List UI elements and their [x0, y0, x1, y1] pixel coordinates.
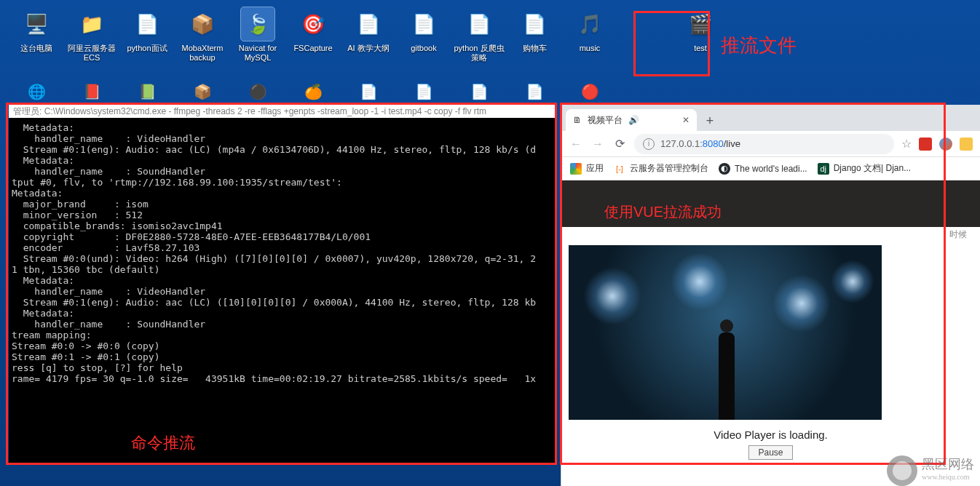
desktop-icon[interactable]: 📕 — [64, 79, 119, 105]
icon-image: 📦 — [186, 7, 219, 41]
desktop-icon[interactable]: 📄AI 教学大纲 — [341, 7, 396, 76]
url-path: /live — [724, 138, 740, 149]
desktop-icon[interactable]: 📄购物车 — [507, 7, 562, 76]
icon-label: 购物车 — [523, 44, 547, 53]
terminal-body: Metadata: handler_name : VideoHandler St… — [9, 118, 557, 389]
icon-image: 📄 — [466, 79, 492, 105]
desktop-icon[interactable] — [617, 7, 673, 76]
desktop-icon[interactable]: 🎵music — [562, 7, 617, 76]
reload-button[interactable]: ⟳ — [612, 137, 627, 151]
django-icon: dj — [818, 163, 829, 175]
icon-image: ⚫ — [245, 79, 271, 105]
icon-label: music — [580, 44, 601, 53]
desktop-icon[interactable]: 🎯FSCapture — [285, 7, 341, 76]
address-bar: ← → ⟳ i 127.0.0.1:8080/live ☆ — [561, 131, 980, 157]
pause-button[interactable]: Pause — [748, 445, 792, 460]
watermark-logo — [887, 455, 917, 486]
extension-icon-3[interactable] — [960, 138, 973, 151]
icon-image: 🖥️ — [20, 7, 53, 41]
icon-image: 🌐 — [23, 79, 50, 105]
icon-label: Navicat for MySQL — [231, 44, 285, 63]
tab-title: 视频平台 — [588, 114, 623, 127]
desktop-icon[interactable]: 📄python面试 — [119, 7, 175, 76]
bookmark-label: The world's leadi... — [735, 164, 807, 174]
terminal-window[interactable]: 管理员: C:\Windows\system32\cmd.exe - ffmpe… — [9, 105, 557, 463]
desktop-icon[interactable]: 🌐 — [9, 79, 64, 105]
icon-image: 🎯 — [296, 7, 330, 41]
icon-label: python面试 — [127, 44, 167, 53]
url-input[interactable]: i 127.0.0.1:8080/live — [634, 134, 894, 154]
desktop-icon[interactable]: 📦MobaXterm backup — [175, 7, 230, 76]
icon-image — [628, 7, 662, 41]
desktop-icon[interactable]: 📄 — [507, 79, 562, 105]
apps-icon — [570, 163, 582, 175]
url-port: 8080 — [703, 138, 724, 149]
icon-image: 📄 — [411, 79, 437, 105]
page-content: 时候 Video Player is loading. Pause — [561, 180, 980, 486]
desktop-icon[interactable]: 📗 — [119, 79, 175, 105]
star-icon[interactable]: ☆ — [901, 137, 912, 151]
icon-image: 🎵 — [573, 7, 606, 41]
video-player[interactable] — [569, 245, 882, 420]
annotation-label-cmd: 命令推流 — [131, 432, 195, 454]
desktop-icon[interactable]: 📁阿里云服务器 ECS — [64, 7, 119, 76]
icon-image: 📄 — [355, 79, 382, 105]
new-tab-button[interactable]: + — [700, 111, 720, 131]
desktop-icon[interactable]: 📄python 反爬虫策略 — [451, 7, 507, 76]
icon-label: FSCapture — [293, 44, 332, 53]
annotation-label-file: 推流文件 — [721, 33, 797, 58]
desktop-icon[interactable]: 📄gitbook — [396, 7, 451, 76]
desktop-icon[interactable]: 📄 — [396, 79, 451, 105]
url-host: 127.0.0.1: — [660, 138, 703, 149]
bookmark-label: Django 文档| Djan... — [834, 162, 912, 175]
file-icon: 🗎 — [573, 115, 582, 125]
icon-label: python 反爬虫策略 — [452, 44, 506, 63]
icon-image: 📄 — [462, 7, 496, 41]
aliyun-icon: [-] — [614, 163, 625, 175]
video-status: Video Player is loading. — [561, 429, 980, 441]
icon-image: 🍊 — [300, 79, 326, 105]
audio-icon[interactable]: 🔊 — [628, 115, 639, 125]
extension-icon-1[interactable] — [919, 138, 932, 151]
bookmark-bar: 应用 [-] 云服务器管理控制台 ◐ The world's leadi... … — [561, 157, 980, 180]
close-tab-icon[interactable]: ✕ — [682, 115, 689, 125]
desktop-icon[interactable]: ⚫ — [230, 79, 285, 105]
desktop-icon[interactable]: 📄 — [451, 79, 507, 105]
desktop-icon[interactable]: 🔴 — [562, 79, 617, 105]
site-info-icon[interactable]: i — [643, 138, 655, 150]
back-button: ← — [569, 137, 583, 151]
desktop-icon[interactable]: 🍃Navicat for MySQL — [230, 7, 285, 76]
annotation-label-vue: 使用VUE拉流成功 — [604, 202, 722, 222]
icon-label: MobaXterm backup — [175, 44, 229, 63]
terminal-title: 管理员: C:\Windows\system32\cmd.exe - ffmpe… — [9, 105, 557, 118]
icon-image: 📕 — [79, 79, 105, 105]
bookmark-django[interactable]: dj Django 文档| Djan... — [818, 162, 912, 175]
icon-image: 🎬 — [684, 7, 717, 41]
icon-label: 阿里云服务器 ECS — [65, 44, 119, 63]
icon-image: 📦 — [189, 79, 216, 105]
desktop-icon[interactable]: 📦 — [175, 79, 230, 105]
icon-image: 📄 — [352, 7, 385, 41]
icon-image: 📗 — [134, 79, 160, 105]
icon-label: AI 教学大纲 — [347, 44, 389, 53]
bookmark-github[interactable]: ◐ The world's leadi... — [719, 163, 807, 175]
icon-image: 📄 — [521, 79, 548, 105]
icon-label: gitbook — [411, 44, 436, 53]
page-top-text: 时候 — [561, 227, 980, 242]
apps-button[interactable]: 应用 — [570, 162, 604, 175]
extension-icon-2[interactable] — [939, 138, 952, 151]
desktop-icon[interactable]: 🍊 — [285, 79, 341, 105]
watermark: 黑区网络 www.heiqu.com — [887, 455, 974, 486]
icon-image: 📄 — [407, 7, 440, 41]
github-icon: ◐ — [719, 163, 730, 175]
desktop-icon[interactable]: 🖥️这台电脑 — [9, 7, 64, 76]
icon-label: test — [694, 44, 707, 53]
browser-tab[interactable]: 🗎 视频平台 🔊 ✕ — [566, 109, 697, 131]
desktop-icon[interactable]: 📄 — [341, 79, 396, 105]
tab-bar: 🗎 视频平台 🔊 ✕ + — [561, 105, 980, 131]
icon-image: 🔴 — [577, 79, 603, 105]
bookmark-aliyun[interactable]: [-] 云服务器管理控制台 — [614, 162, 708, 175]
icon-image: 🍃 — [241, 7, 274, 41]
icon-image: 📄 — [518, 7, 551, 41]
desktop-icon[interactable]: 🎬test — [673, 7, 728, 76]
